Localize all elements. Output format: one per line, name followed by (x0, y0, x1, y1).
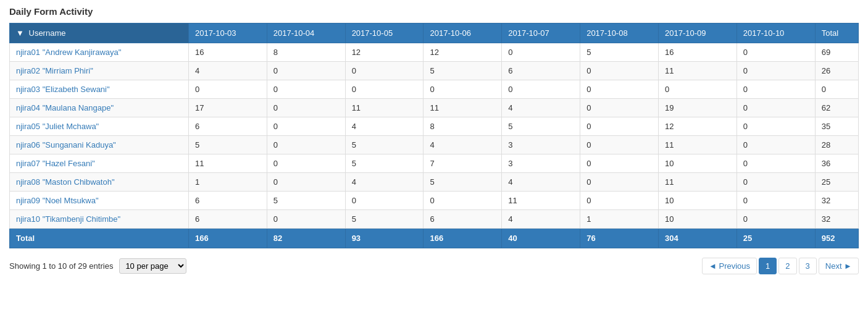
cell-value: 11 (424, 99, 502, 117)
cell-value: 4 (502, 210, 580, 229)
cell-username[interactable]: njira07 "Hazel Fesani" (10, 154, 189, 173)
cell-value: 0 (188, 80, 267, 99)
cell-value: 0 (737, 192, 815, 210)
showing-info: Showing 1 to 10 of 29 entries (9, 261, 113, 271)
cell-value: 0 (502, 43, 580, 62)
cell-value: 0 (737, 43, 815, 62)
col-date-8: 2017-10-10 (737, 23, 815, 43)
cell-value: 0 (267, 210, 345, 229)
cell-value: 28 (815, 136, 858, 154)
footer-date-7: 304 (659, 229, 737, 248)
cell-value: 6 (502, 62, 580, 80)
cell-value: 0 (267, 99, 345, 117)
cell-value: 7 (424, 154, 502, 173)
pagination: ◄ Previous 1 2 3 Next ► (702, 258, 859, 274)
cell-value: 0 (580, 99, 659, 117)
cell-value: 0 (267, 117, 345, 136)
cell-value: 16 (659, 43, 737, 62)
cell-value: 12 (659, 117, 737, 136)
cell-value: 4 (345, 117, 424, 136)
footer-date-6: 76 (580, 229, 659, 248)
cell-value: 8 (267, 43, 345, 62)
cell-username[interactable]: njira08 "Maston Chibwatoh" (10, 173, 189, 192)
cell-value: 6 (188, 117, 267, 136)
col-date-6: 2017-10-08 (580, 23, 659, 43)
cell-value: 0 (580, 62, 659, 80)
cell-value: 1 (188, 173, 267, 192)
cell-username[interactable]: njira03 "Elizabeth Sewani" (10, 80, 189, 99)
cell-value: 5 (188, 136, 267, 154)
cell-value: 4 (188, 62, 267, 80)
cell-value: 8 (424, 117, 502, 136)
page-container: Daily Form Activity ▼ Username 2017-10-0… (0, 0, 868, 284)
cell-username[interactable]: njira05 "Juliet Mchawa" (10, 117, 189, 136)
cell-value: 0 (580, 173, 659, 192)
cell-username[interactable]: njira01 "Andrew Kanjirawaya" (10, 43, 189, 62)
cell-value: 0 (345, 62, 424, 80)
cell-value: 4 (345, 173, 424, 192)
cell-value: 0 (345, 192, 424, 210)
cell-value: 0 (424, 80, 502, 99)
cell-value: 0 (424, 192, 502, 210)
cell-value: 3 (502, 136, 580, 154)
table-row: njira10 "Tikambenji Chitimbe"60564110032 (10, 210, 859, 229)
cell-value: 5 (345, 154, 424, 173)
cell-value: 0 (737, 136, 815, 154)
next-button[interactable]: Next ► (819, 258, 859, 274)
table-row: njira09 "Noel Mtsukwa"650011010032 (10, 192, 859, 210)
cell-value: 32 (815, 192, 858, 210)
cell-value: 36 (815, 154, 858, 173)
cell-value: 0 (580, 154, 659, 173)
cell-value: 0 (815, 80, 858, 99)
table-row: njira04 "Maulana Nangape"17011114019062 (10, 99, 859, 117)
footer-date-8: 25 (737, 229, 815, 248)
activity-table: ▼ Username 2017-10-03 2017-10-04 2017-10… (9, 23, 859, 248)
table-row: njira03 "Elizabeth Sewani"000000000 (10, 80, 859, 99)
table-row: njira02 "Mirriam Phiri"40056011026 (10, 62, 859, 80)
cell-value: 0 (737, 62, 815, 80)
footer-date-3: 93 (345, 229, 424, 248)
cell-value: 0 (737, 173, 815, 192)
cell-value: 12 (345, 43, 424, 62)
cell-value: 0 (737, 117, 815, 136)
page-button-3[interactable]: 3 (799, 258, 817, 274)
footer-label: Total (10, 229, 189, 248)
table-title: Daily Form Activity (9, 6, 859, 17)
cell-username[interactable]: njira02 "Mirriam Phiri" (10, 62, 189, 80)
cell-username[interactable]: njira10 "Tikambenji Chitimbe" (10, 210, 189, 229)
previous-button[interactable]: ◄ Previous (702, 258, 757, 274)
cell-value: 0 (267, 136, 345, 154)
cell-value: 6 (188, 192, 267, 210)
cell-value: 4 (502, 99, 580, 117)
table-footer-row: Total 166 82 93 166 40 76 304 25 952 (10, 229, 859, 248)
cell-value: 11 (502, 192, 580, 210)
cell-value: 0 (267, 62, 345, 80)
col-date-2: 2017-10-04 (267, 23, 345, 43)
cell-username[interactable]: njira06 "Sunganani Kaduya" (10, 136, 189, 154)
cell-value: 25 (815, 173, 858, 192)
page-button-1[interactable]: 1 (759, 258, 777, 274)
cell-value: 11 (188, 154, 267, 173)
cell-value: 11 (345, 99, 424, 117)
per-page-select[interactable]: 10 per page25 per page50 per page100 per… (119, 258, 186, 274)
cell-value: 0 (737, 154, 815, 173)
cell-value: 10 (659, 192, 737, 210)
cell-username[interactable]: njira09 "Noel Mtsukwa" (10, 192, 189, 210)
footer-date-5: 40 (502, 229, 580, 248)
cell-value: 0 (659, 80, 737, 99)
table-row: njira05 "Juliet Mchawa"60485012035 (10, 117, 859, 136)
cell-value: 1 (580, 210, 659, 229)
cell-value: 10 (659, 210, 737, 229)
cell-value: 5 (580, 43, 659, 62)
col-username[interactable]: ▼ Username (10, 23, 189, 43)
page-button-2[interactable]: 2 (778, 258, 796, 274)
cell-username[interactable]: njira04 "Maulana Nangape" (10, 99, 189, 117)
cell-value: 5 (424, 173, 502, 192)
footer-left: Showing 1 to 10 of 29 entries 10 per pag… (9, 258, 186, 274)
cell-value: 11 (659, 62, 737, 80)
cell-value: 12 (424, 43, 502, 62)
cell-value: 5 (267, 192, 345, 210)
cell-value: 5 (345, 210, 424, 229)
cell-value: 0 (737, 80, 815, 99)
cell-value: 10 (659, 154, 737, 173)
